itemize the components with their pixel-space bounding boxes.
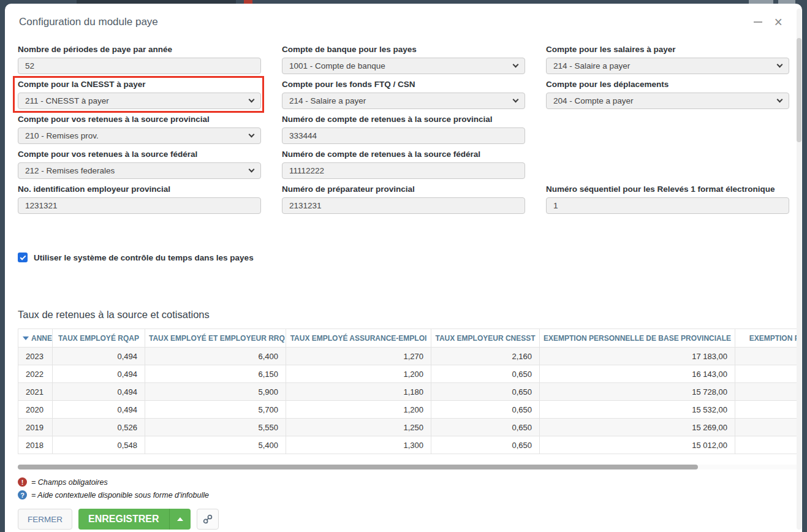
footer-legend: ! = Champs obligatoires ? = Aide context… [13,477,794,500]
field-prov-source-number-label: Numéro de compte de retenues à la source… [282,115,525,124]
chevron-down-icon [513,62,519,68]
field-deplacements-account: Compte pour les déplacements 204 - Compt… [546,80,789,109]
field-fed-source-number-label: Numéro de compte de retenues à la source… [282,150,525,159]
table-row: 2022 0,494 6,150 1,200 0,650 16 143,00 [18,365,798,383]
sort-desc-icon [23,336,29,340]
salaries-account-value: 214 - Salaire a payer [553,61,630,70]
field-fed-source-account: Compte pour vos retenues à la source féd… [18,150,261,179]
cell-rqap: 0,494 [53,401,145,419]
field-fed-source-account-label: Compte pour vos retenues à la source féd… [18,150,261,159]
rates-table-container: ANNEE TAUX EMPLOYÉ RQAP TAUX EMPLOYÉ ET … [18,329,798,454]
field-ftq-csn-account-label: Compte pour les fonds FTQ / CSN [282,80,525,89]
cell-rrq: 6,150 [145,365,286,383]
chevron-down-icon [777,62,783,68]
cell-exemption-prov: 15 532,00 [540,401,735,419]
column-header-rrq[interactable]: TAUX EMPLOYÉ ET EMPLOYEUR RRQ [145,329,286,348]
cell-rqap: 0,494 [53,383,145,401]
permalink-button[interactable] [197,509,219,530]
required-text: = Champs obligatoires [31,478,108,487]
fed-source-account-select[interactable]: 212 - Remises federales [18,162,261,179]
field-preparer-number: Numéro de préparateur provincial [282,184,525,214]
employer-id-prov-input[interactable] [18,197,261,214]
cell-exemption-fed [735,419,798,436]
column-header-exemption-fed[interactable]: EXEMPTION PER [735,329,798,348]
time-control-label: Utiliser le système de contrôle du temps… [34,253,254,262]
close-button[interactable]: FERMER [18,509,72,530]
window-controls: × [754,17,789,28]
required-fields-note: ! = Champs obligatoires [18,477,789,487]
cell-exemption-fed [735,436,798,454]
save-button[interactable]: ENREGISTRER [78,509,169,530]
cell-rrq: 5,400 [145,436,286,454]
field-employer-id-prov-label: No. identification employeur provincial [18,184,261,194]
fed-source-number-input[interactable] [282,162,525,179]
table-horizontal-scrollbar[interactable] [18,465,798,469]
modal-vertical-scrollbar[interactable] [797,9,801,530]
ftq-csn-account-select[interactable]: 214 - Salaire a payer [282,93,525,109]
cell-ae: 1,270 [286,348,431,365]
column-header-rqap[interactable]: TAUX EMPLOYÉ RQAP [53,329,145,348]
cell-exemption-fed [735,383,798,401]
field-salaries-account-label: Compte pour les salaires à payer [546,45,789,54]
cell-exemption-prov: 16 143,00 [540,365,735,383]
cell-cnesst: 0,650 [431,419,540,436]
field-fed-source-number: Numéro de compte de retenues à la source… [282,150,525,179]
preparer-number-input[interactable] [282,197,525,214]
field-periods-label: Nombre de périodes de paye par année [18,45,261,54]
cell-rqap: 0,526 [53,419,145,436]
prov-source-number-input[interactable] [282,127,525,144]
cell-year: 2018 [18,436,53,454]
prov-source-account-select[interactable]: 210 - Remises prov. [18,127,261,144]
cell-year: 2022 [18,365,53,383]
field-prov-source-account: Compte pour vos retenues à la source pro… [18,115,261,144]
cell-exemption-prov: 15 269,00 [540,419,735,436]
modal-title: Configuration du module paye [19,16,754,28]
column-header-annee[interactable]: ANNEE [18,329,53,348]
cell-cnesst: 0,650 [431,401,540,419]
cell-exemption-fed [735,401,798,419]
minimize-icon[interactable] [754,21,762,23]
periods-input[interactable] [18,58,261,74]
cell-cnesst: 0,650 [431,365,540,383]
table-header-row: ANNEE TAUX EMPLOYÉ RQAP TAUX EMPLOYÉ ET … [18,329,798,348]
cell-exemption-prov: 17 183,00 [540,348,735,365]
cell-year: 2020 [18,401,53,419]
releve1-seq-input[interactable] [546,197,789,214]
cell-year: 2021 [18,383,53,401]
cnesst-account-select[interactable]: 211 - CNESST à payer [18,93,261,109]
column-header-exemption-prov[interactable]: EXEMPTION PERSONNELLE DE BASE PROVINCIAL… [540,329,735,348]
deplacements-account-value: 204 - Compte a payer [553,96,634,105]
cell-year: 2023 [18,348,53,365]
link-icon [203,514,213,524]
cell-ae: 1,300 [286,436,431,454]
cell-ae: 1,200 [286,401,431,419]
ftq-csn-account-value: 214 - Salaire a payer [289,96,366,105]
scrollbar-thumb[interactable] [797,38,801,142]
cell-ae: 1,180 [286,383,431,401]
cell-rrq: 5,700 [145,401,286,419]
cell-cnesst: 0,650 [431,383,540,401]
close-icon[interactable]: × [775,17,782,28]
time-control-checkbox[interactable] [18,253,28,262]
field-preparer-number-label: Numéro de préparateur provincial [282,184,525,194]
column-header-cnesst[interactable]: TAUX EMPLOYEUR CNESST [431,329,540,348]
field-deplacements-account-label: Compte pour les déplacements [546,80,789,89]
deplacements-account-select[interactable]: 204 - Compte a payer [546,93,789,109]
scrollbar-thumb[interactable] [18,465,698,469]
field-prov-source-number: Numéro de compte de retenues à la source… [282,115,525,144]
bank-account-select[interactable]: 1001 - Compte de banque [282,58,525,74]
payroll-config-modal: Configuration du module paye × Nombre de… [5,4,802,532]
help-note: ? = Aide contextuelle disponible sous fo… [18,490,789,500]
field-salaries-account: Compte pour les salaires à payer 214 - S… [546,45,789,74]
save-options-button[interactable] [169,509,191,530]
field-releve1-seq: Numéro séquentiel pour les Relevés 1 for… [546,184,789,214]
cell-rqap: 0,494 [53,348,145,365]
cell-exemption-fed [735,348,798,365]
column-header-assurance-emploi[interactable]: TAUX EMPLOYÉ ASSURANCE-EMPLOI [286,329,431,348]
table-row: 2023 0,494 6,400 1,270 2,160 17 183,00 [18,348,798,365]
salaries-account-select[interactable]: 214 - Salaire a payer [546,58,789,74]
cell-exemption-prov: 15 728,00 [540,383,735,401]
field-bank-account: Compte de banque pour les payes 1001 - C… [282,45,525,74]
cnesst-account-value: 211 - CNESST à payer [25,96,109,105]
config-form: Nombre de périodes de paye par année Com… [13,45,794,214]
